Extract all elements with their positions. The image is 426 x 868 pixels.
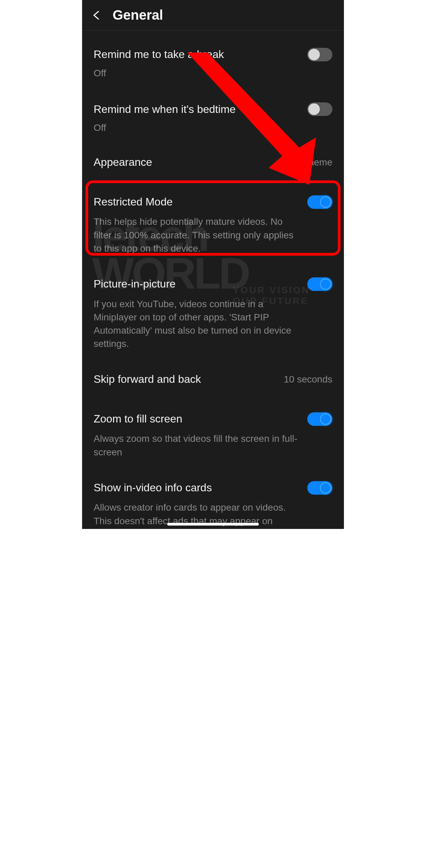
setting-picture-in-picture[interactable]: Picture-in-picture If you exit YouTube, … xyxy=(94,262,332,357)
toggle-zoom-fill[interactable] xyxy=(307,412,332,426)
setting-zoom-fill-screen[interactable]: Zoom to fill screen Always zoom so that … xyxy=(94,393,332,466)
header: General xyxy=(82,0,344,31)
settings-screen: General Remind me to take a break Off Re… xyxy=(82,0,344,529)
setting-skip-forward-back[interactable]: Skip forward and back 10 seconds xyxy=(94,357,332,393)
setting-description: If you exit YouTube, videos continue in … xyxy=(94,297,332,351)
page-title: General xyxy=(113,7,163,23)
setting-title: Skip forward and back xyxy=(94,372,201,387)
setting-description: This helps hide potentially mature video… xyxy=(94,215,332,255)
setting-title: Remind me when it's bedtime xyxy=(94,102,236,117)
setting-title: Zoom to fill screen xyxy=(94,412,182,426)
toggle-restricted-mode[interactable] xyxy=(307,195,332,209)
setting-title: Restricted Mode xyxy=(94,195,173,209)
setting-info-cards[interactable]: Show in-video info cards Allows creator … xyxy=(94,466,332,529)
home-indicator[interactable] xyxy=(167,523,259,526)
setting-title: Picture-in-picture xyxy=(94,277,176,291)
setting-description: Always zoom so that videos fill the scre… xyxy=(94,432,332,458)
setting-title: Show in-video info cards xyxy=(94,481,212,495)
toggle-info-cards[interactable] xyxy=(307,481,332,495)
toggle-bedtime-reminder[interactable] xyxy=(307,102,332,116)
setting-title: Remind me to take a break xyxy=(94,47,224,62)
back-icon[interactable] xyxy=(92,10,102,20)
setting-title: Appearance xyxy=(94,155,152,170)
setting-bedtime-reminder[interactable]: Remind me when it's bedtime Off xyxy=(94,85,332,140)
setting-value: Dark theme xyxy=(283,157,332,168)
setting-break-reminder[interactable]: Remind me to take a break Off xyxy=(94,31,332,85)
toggle-break-reminder[interactable] xyxy=(307,48,332,61)
toggle-picture-in-picture[interactable] xyxy=(307,277,332,291)
setting-appearance[interactable]: Appearance Dark theme xyxy=(94,140,332,176)
setting-status: Off xyxy=(94,122,332,133)
setting-value: 10 seconds xyxy=(284,374,332,385)
setting-status: Off xyxy=(94,68,332,79)
setting-restricted-mode[interactable]: Restricted Mode This helps hide potentia… xyxy=(94,176,332,262)
settings-list: Remind me to take a break Off Remind me … xyxy=(82,31,344,529)
